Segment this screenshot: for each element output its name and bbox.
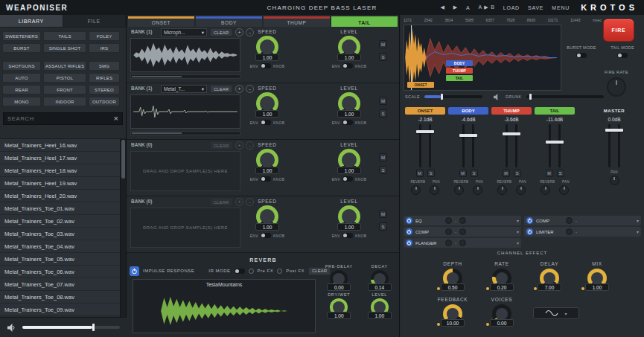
category-auto[interactable]: AUTO <box>2 73 41 83</box>
mute-button[interactable]: M <box>379 210 387 218</box>
channel-fader[interactable] <box>459 124 477 167</box>
solo-button[interactable]: S <box>427 170 435 177</box>
file-list-scrollbar[interactable] <box>120 138 126 317</box>
sample-drop-zone[interactable]: DRAG AND DROP SAMPLE(S) HERE <box>130 151 240 191</box>
category-irs[interactable]: IRS <box>89 43 120 53</box>
env-knob-toggle[interactable] <box>342 120 353 125</box>
category-shotguns[interactable]: SHOTGUNS <box>2 61 41 71</box>
channel-fader[interactable] <box>416 124 434 167</box>
category-outdoor[interactable]: OUTDOOR <box>89 97 120 106</box>
channel-fader[interactable] <box>503 124 520 167</box>
burst-mode-toggle[interactable] <box>576 53 587 58</box>
fx-param-knob[interactable] <box>459 240 466 246</box>
add-sample-icon[interactable]: + <box>235 141 243 150</box>
env-knob-toggle[interactable] <box>342 176 353 182</box>
fx-param-knob[interactable] <box>566 228 573 235</box>
scale-slider[interactable] <box>424 95 482 98</box>
strip-header[interactable]: BODY <box>448 107 488 115</box>
solo-button[interactable]: S <box>379 166 387 174</box>
fx-param-knob[interactable] <box>445 217 452 224</box>
fx-power-icon[interactable] <box>406 240 412 246</box>
search-input[interactable] <box>7 115 111 122</box>
load-button[interactable]: LOAD <box>503 5 520 10</box>
bank-clear-button[interactable]: CLEAR <box>210 141 232 150</box>
chevron-down-icon[interactable]: ▾ <box>637 229 639 234</box>
pan-knob[interactable] <box>610 176 619 185</box>
env-knob-toggle[interactable] <box>261 233 271 238</box>
waveform-display[interactable] <box>130 38 240 72</box>
pan-knob[interactable] <box>516 185 526 195</box>
tab-file[interactable]: FILE <box>63 15 127 27</box>
bank-source-dropdown[interactable]: Microph... ▾ <box>161 28 207 36</box>
impulse-response-display[interactable]: TeslaMountains <box>133 279 316 333</box>
chevron-down-icon[interactable]: ▾ <box>517 218 519 223</box>
clear-search-icon[interactable]: × <box>114 115 118 123</box>
fader-handle[interactable] <box>546 141 564 144</box>
fx-param-knob[interactable] <box>566 217 573 224</box>
reverb-send-knob[interactable] <box>411 185 421 195</box>
fx-param-knob[interactable] <box>445 240 452 246</box>
fader-handle[interactable] <box>459 134 477 137</box>
fader-handle[interactable] <box>503 132 520 135</box>
env-knob-toggle[interactable] <box>261 63 271 68</box>
tab-thump[interactable]: THUMP <box>264 16 330 27</box>
fire-button[interactable]: FIRE <box>603 19 634 42</box>
list-item[interactable]: Metal_Trainers_Heel_16.wav <box>0 139 121 152</box>
list-item[interactable]: Metal_Trainers_Heel_18.wav <box>0 164 121 177</box>
solo-button[interactable]: S <box>471 170 478 177</box>
save-button[interactable]: SAVE <box>528 5 543 10</box>
fx-power-icon[interactable] <box>406 217 412 224</box>
solo-button[interactable]: S <box>379 109 387 118</box>
list-item[interactable]: Metal_Trainers_Heel_19.wav <box>0 177 121 190</box>
strip-header[interactable]: ONSET <box>405 107 445 115</box>
solo-button[interactable]: S <box>514 170 521 177</box>
reverb-power-icon[interactable] <box>130 266 139 276</box>
mute-button[interactable]: M <box>459 170 467 177</box>
scrollbar-thumb[interactable] <box>121 140 125 179</box>
reverb-send-knob[interactable] <box>541 185 550 195</box>
ir-mode-toggle[interactable] <box>235 269 245 274</box>
fx-power-icon[interactable] <box>526 228 533 235</box>
category-assault-rifles[interactable]: ASSAULT RIFLES <box>43 61 86 71</box>
fx-param-knob[interactable] <box>445 228 452 235</box>
reverb-send-knob[interactable] <box>497 185 507 195</box>
prev-preset-button[interactable]: ◀ <box>441 4 445 10</box>
post-fx-radio[interactable] <box>277 269 282 274</box>
fx-power-icon[interactable] <box>406 228 412 235</box>
chevron-down-icon[interactable]: ▾ <box>517 240 519 245</box>
category-stereo[interactable]: STEREO <box>89 85 120 94</box>
list-item[interactable]: Metal_Trainers_Toe_06.wav <box>0 266 121 278</box>
pre-fx-radio[interactable] <box>249 269 254 274</box>
sample-drop-zone[interactable]: DRAG AND DROP SAMPLE(S) HERE <box>130 208 240 248</box>
volume-handle[interactable] <box>92 324 95 331</box>
drunk-slider[interactable] <box>526 95 604 98</box>
fx-power-icon[interactable] <box>526 217 533 224</box>
body-region-tag[interactable]: BODY <box>446 60 473 66</box>
category-indoor[interactable]: INDOOR <box>43 97 86 106</box>
fader-handle[interactable] <box>605 129 623 132</box>
tab-onset[interactable]: ONSET <box>128 16 194 27</box>
bank-clear-button[interactable]: CLEAR <box>210 28 232 36</box>
category-front[interactable]: FRONT <box>43 85 86 94</box>
tab-tail[interactable]: TAIL <box>331 16 398 27</box>
pan-knob[interactable] <box>559 185 569 195</box>
master-fader[interactable] <box>605 124 623 167</box>
fx-param-knob[interactable] <box>459 217 466 224</box>
waveform-display[interactable] <box>130 94 240 129</box>
env-knob-toggle[interactable] <box>342 63 353 68</box>
list-item[interactable]: Metal_Trainers_Heel_17.wav <box>0 152 121 164</box>
category-rear[interactable]: REAR <box>2 85 41 94</box>
fx-param-knob[interactable] <box>459 228 466 235</box>
list-item[interactable]: Metal_Trainers_Toe_05.wav <box>0 253 121 266</box>
category-single-shot[interactable]: SINGLE SHOT <box>43 43 86 53</box>
solo-button[interactable]: S <box>379 222 387 231</box>
solo-button[interactable]: S <box>557 170 564 177</box>
add-sample-icon[interactable]: + <box>235 85 243 93</box>
mute-button[interactable]: M <box>546 170 553 177</box>
fader-handle[interactable] <box>416 130 434 133</box>
menu-button[interactable]: MENU <box>552 5 570 10</box>
category-burst[interactable]: BURST <box>2 43 41 53</box>
bank-source-dropdown[interactable]: Metal_T... ▾ <box>161 85 207 93</box>
list-item[interactable]: Metal_Trainers_Toe_02.wav <box>0 215 121 228</box>
env-knob-toggle[interactable] <box>261 120 271 125</box>
